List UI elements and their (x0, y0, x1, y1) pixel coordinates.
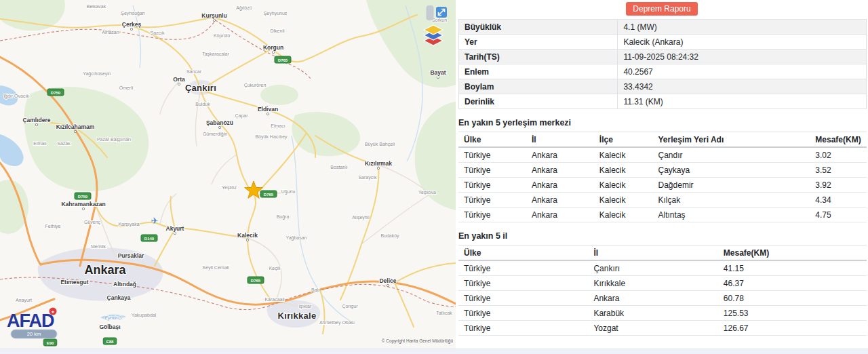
map-label: Büyük Hacıbey (255, 134, 288, 140)
map-label: Budaköy (380, 233, 399, 239)
page-footer-bar (0, 349, 868, 354)
detail-row: Tarih(TS)11-09-2025 08:24:32 (459, 50, 867, 64)
detail-label: Derinlik (459, 94, 618, 109)
map-label: Eymir G. (104, 315, 123, 321)
nearest-provinces-title: En yakın 5 il (458, 231, 868, 241)
detail-row: YerKalecik (Ankara) (459, 35, 867, 50)
map-label: Fethiye (45, 224, 61, 229)
map-label: Korgun (263, 44, 283, 51)
table-cell: Türkiye (458, 193, 526, 208)
map-label: Yeşilova (418, 190, 436, 195)
town-marker (267, 113, 269, 115)
town-marker (35, 123, 37, 125)
map-label: Delice (379, 277, 396, 284)
table-cell: Altıntaş (653, 208, 810, 222)
table-cell: Ankara (526, 208, 594, 222)
table-cell: Türkiye (458, 147, 526, 163)
table-cell: Türkiye (458, 306, 588, 321)
table-cell: Türkiye (458, 163, 526, 178)
map-label: Kahramankazan (61, 201, 105, 208)
map-label: Güvenç (84, 220, 101, 225)
map-label: Elmalı (33, 141, 47, 146)
table-cell: 41.15 (718, 260, 867, 276)
map-label: Memlik (91, 244, 106, 249)
zoom-control-button[interactable] (427, 5, 434, 20)
column-header: Mesafe(KM) (718, 245, 867, 261)
map-label: Bulduk (195, 102, 210, 106)
town-marker (213, 19, 215, 21)
table-cell: 3.02 (810, 147, 867, 163)
map-label: Çankaya (107, 294, 131, 301)
map-label: Kurşunlu (201, 12, 226, 19)
detail-value: 33.4342 (618, 79, 867, 94)
table-cell: Ankara (526, 193, 594, 208)
fullscreen-button[interactable] (436, 7, 447, 18)
table-cell: Kalecik (594, 193, 653, 208)
map-label: Yağbasan (285, 235, 307, 241)
table-row: TürkiyeÇankırı41.15 (458, 260, 867, 276)
road-badge-label: D765 (251, 279, 261, 283)
table-cell: Kalecik (594, 208, 653, 222)
afad-logo: AFAD ★ (7, 308, 57, 332)
table-cell: Ankara (526, 147, 594, 163)
detail-value: 40.2567 (618, 64, 867, 79)
flag-star-icon: ★ (51, 310, 54, 314)
table-cell: 4.34 (810, 193, 867, 208)
table-row: TürkiyeAnkaraKalecikKılçak4.34 (458, 193, 867, 208)
detail-row: Enlem40.2567 (459, 64, 867, 79)
column-header: Ülke (458, 245, 588, 261)
detail-label: Büyüklük (459, 20, 618, 35)
earthquake-details-table: Büyüklük4.1 (MW)YerKalecik (Ankara)Tarih… (458, 19, 867, 109)
detail-row: Boylam33.4342 (459, 79, 867, 94)
detail-value: 11-09-2025 08:24:32 (618, 50, 867, 64)
map-label: Alhasan (102, 30, 119, 35)
map-label: Sancar (186, 69, 202, 74)
airport-icon: ✈ (151, 216, 159, 226)
scale-label: 20 km (27, 331, 41, 337)
road-badge-label: E88 (106, 340, 114, 344)
deprem-raporu-button[interactable]: Deprem Raporu (626, 2, 697, 16)
table-row: TürkiyeYozgat126.67 (458, 321, 867, 336)
town-marker (178, 83, 180, 85)
table-cell: Yozgat (588, 321, 717, 336)
table-cell: Çandır (653, 147, 810, 163)
town-marker (387, 284, 389, 286)
map-label: Orta (173, 76, 185, 83)
map-label: Keçili (269, 266, 281, 271)
table-cell: Çankırı (588, 260, 717, 276)
map-label: Şeyhyunus (264, 11, 288, 16)
table-cell: Kalecik (594, 178, 653, 193)
map-label: Altındağ (113, 281, 136, 288)
map-label: Ağılözü (236, 5, 252, 11)
map-label: Elmacı (271, 123, 285, 128)
map-label: Belkavak (87, 4, 106, 9)
map-label: Dikenli (270, 28, 284, 33)
table-cell: Çaykaya (653, 163, 810, 178)
table-row: TürkiyeAnkara60.78 (458, 291, 867, 306)
map-label: Sazcık (150, 31, 165, 35)
map-label: Iğdır Ovacık (3, 94, 29, 99)
map-label: Kızılcahamam (56, 123, 95, 130)
town-marker (246, 239, 248, 241)
layers-button[interactable] (424, 25, 443, 45)
map[interactable]: ✈ AnkaraÇankırıKırıkkaleÇerkeşKurşunluKo… (0, 0, 456, 349)
town-marker (130, 28, 132, 30)
table-cell: Türkiye (458, 260, 588, 276)
town-marker (437, 76, 439, 78)
table-cell: Karabük (588, 306, 717, 321)
map-label: Anayurt (16, 298, 32, 303)
map-label: Pazar Başpınarı (97, 137, 131, 142)
detail-label: Tarih(TS) (459, 50, 618, 64)
column-header: İl (588, 245, 717, 261)
detail-label: Yer (459, 35, 618, 50)
town-marker (174, 232, 176, 234)
table-cell: Ankara (526, 163, 594, 178)
road-badge-label: D765 (278, 58, 288, 62)
table-cell: 4.75 (810, 208, 867, 222)
town-marker (272, 51, 274, 53)
nearest-settlements-table: ÜlkeİlİlçeYerleşim Yeri AdıMesafe(KM) Tü… (458, 132, 867, 222)
road-badge-label: D750 (51, 91, 61, 95)
map-scalebar: 20 km (11, 330, 57, 338)
map-label: Bayat (430, 69, 446, 76)
map-label: Çongur (342, 304, 359, 309)
